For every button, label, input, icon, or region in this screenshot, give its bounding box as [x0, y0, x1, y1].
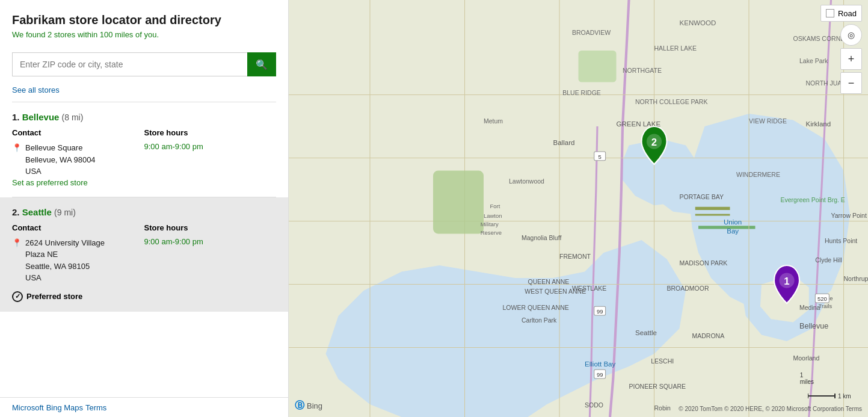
store-2-contact: Contact 📍 2624 University Village Plaza … — [12, 223, 144, 284]
store-card-seattle: 2. Seattle (9 mi) Contact 📍 2624 Univers… — [0, 197, 288, 312]
store-2-details: Contact 📍 2624 University Village Plaza … — [12, 223, 276, 284]
scale-miles-label: 1 miles — [800, 372, 814, 385]
map-top-controls: Road ◎ + − — [820, 5, 862, 94]
svg-text:Yarrow Point: Yarrow Point — [831, 212, 867, 219]
zoom-in-button[interactable]: + — [840, 48, 862, 70]
bing-b-icon: Ⓑ — [295, 400, 304, 412]
store-1-hours: 9:00 am-9:00 pm — [144, 142, 277, 151]
store-list-panel: Fabrikam store locator and directory We … — [0, 0, 289, 417]
road-view-toggle[interactable]: Road — [820, 5, 862, 22]
svg-text:VIEW RIDGE: VIEW RIDGE — [749, 117, 787, 125]
set-preferred-store-1[interactable]: Set as preferred store — [12, 178, 88, 187]
store-1-name: Bellevue — [22, 112, 60, 122]
svg-text:FREMONT: FREMONT — [559, 253, 591, 261]
search-icon: 🔍 — [256, 59, 268, 70]
svg-text:Bay: Bay — [727, 228, 739, 235]
store-card-bellevue: 1. Bellevue (8 mi) Contact 📍 Bellevue Sq… — [0, 102, 288, 197]
store-1-address: Bellevue Square Bellevue, WA 98004 USA — [25, 142, 96, 178]
svg-text:Kirkland: Kirkland — [806, 120, 831, 128]
scale-bar: 1 km 1 miles — [808, 390, 862, 402]
svg-text:LOWER QUEEN ANNE: LOWER QUEEN ANNE — [503, 304, 569, 311]
svg-text:PORTAGE BAY: PORTAGE BAY — [680, 193, 724, 200]
svg-text:Reserve: Reserve — [481, 229, 502, 236]
store-2-hours-header: Store hours — [144, 223, 277, 232]
footer-bing-maps-link[interactable]: Bing Maps — [46, 403, 83, 412]
see-all-anchor[interactable]: See all stores — [12, 85, 60, 94]
svg-text:BROADVIEW: BROADVIEW — [572, 29, 611, 36]
preferred-badge: ✓ Preferred store — [12, 291, 276, 302]
svg-text:WINDERMERE: WINDERMERE — [736, 171, 780, 178]
svg-text:Moorland: Moorland — [793, 354, 820, 362]
svg-text:MADISON PARK: MADISON PARK — [680, 259, 728, 267]
svg-text:Clyde Hill: Clyde Hill — [815, 256, 842, 264]
page-subtitle: We found 2 stores within 100 miles of yo… — [12, 30, 276, 39]
store-1-contact-header: Contact — [12, 128, 144, 137]
page-title: Fabrikam store locator and directory — [12, 12, 276, 28]
header-section: Fabrikam store locator and directory We … — [0, 0, 288, 45]
svg-text:Metum: Metum — [484, 117, 503, 125]
svg-rect-23 — [433, 171, 484, 234]
scale-bar-svg: 1 km — [808, 390, 862, 402]
svg-text:Ballard: Ballard — [553, 140, 575, 147]
store-2-number: 2. — [12, 207, 20, 217]
store-1-hours-header: Store hours — [144, 128, 277, 137]
svg-text:Hunts Point: Hunts Point — [825, 237, 857, 244]
location-pin-icon-2: 📍 — [12, 238, 22, 247]
footer-terms-link[interactable]: Terms — [85, 403, 106, 412]
store-2-address: 2624 University Village Plaza NE Seattle… — [25, 237, 105, 284]
svg-text:NORTHGATE: NORTHGATE — [623, 67, 662, 74]
svg-text:99: 99 — [597, 371, 603, 378]
svg-text:Robin: Robin — [654, 405, 671, 412]
svg-text:QUEEN ANNE: QUEEN ANNE — [528, 279, 570, 286]
locate-me-button[interactable]: ◎ — [840, 24, 862, 46]
svg-text:Union: Union — [724, 218, 742, 226]
svg-text:5: 5 — [599, 153, 602, 160]
store-1-hours-col: Store hours 9:00 am-9:00 pm — [144, 128, 277, 178]
svg-text:520: 520 — [817, 295, 827, 302]
bing-logo: Ⓑ Bing — [295, 400, 322, 412]
svg-text:1: 1 — [784, 276, 789, 287]
footer-microsoft-link[interactable]: Microsoft — [12, 403, 44, 412]
svg-text:2: 2 — [651, 137, 657, 148]
svg-text:MADRONA: MADRONA — [692, 332, 725, 339]
preferred-label: Preferred store — [26, 292, 82, 301]
svg-text:Magnolia Bluff: Magnolia Bluff — [522, 234, 561, 241]
store-2-hours-col: Store hours 9:00 am-9:00 pm — [144, 223, 277, 284]
map-attribution: © 2020 TomTom © 2020 HERE, © 2020 Micros… — [679, 406, 862, 412]
svg-text:SODO: SODO — [585, 401, 603, 409]
road-toggle-label: Road — [838, 9, 857, 18]
svg-text:KENWOOD: KENWOOD — [680, 19, 716, 26]
search-button[interactable]: 🔍 — [247, 52, 276, 76]
svg-text:Elliott Bay: Elliott Bay — [585, 360, 616, 368]
svg-text:LESCHI: LESCHI — [651, 357, 674, 365]
bing-label: Bing — [307, 401, 322, 410]
svg-text:Lawton: Lawton — [484, 212, 502, 219]
svg-text:Evergreen Point Brg. E: Evergreen Point Brg. E — [781, 196, 845, 203]
svg-text:BROADMOOR: BROADMOOR — [667, 285, 709, 292]
store-1-contact: Contact 📍 Bellevue Square Bellevue, WA 9… — [12, 128, 144, 178]
svg-text:NORTH COLLEGE PARK: NORTH COLLEGE PARK — [635, 98, 707, 105]
store-1-distance: (8 mi) — [62, 113, 84, 122]
footer: Microsoft Bing Maps Terms — [0, 397, 288, 417]
svg-text:Northrup: Northrup — [844, 275, 869, 282]
store-1-details: Contact 📍 Bellevue Square Bellevue, WA 9… — [12, 128, 276, 178]
svg-text:Medina: Medina — [799, 304, 820, 311]
svg-text:1 km: 1 km — [838, 393, 851, 400]
svg-text:HALLER LAKE: HALLER LAKE — [654, 45, 697, 52]
map-container[interactable]: KENWOOD BROADVIEW HALLER LAKE OSKAMS COR… — [289, 0, 868, 417]
store-2-hours: 9:00 am-9:00 pm — [144, 237, 277, 246]
preferred-check-icon: ✓ — [12, 291, 23, 302]
svg-text:Trails: Trails — [819, 303, 833, 309]
svg-text:Lawtonwood: Lawtonwood — [509, 178, 544, 185]
store-2-name: Seattle — [22, 207, 52, 217]
svg-text:Seattle: Seattle — [635, 329, 657, 336]
search-input[interactable] — [12, 52, 247, 76]
svg-text:WESTLAKE: WESTLAKE — [572, 285, 606, 292]
svg-text:BLUE RIDGE: BLUE RIDGE — [562, 89, 601, 96]
store-1-address-row: 📍 Bellevue Square Bellevue, WA 98004 USA — [12, 142, 144, 178]
zoom-out-button[interactable]: − — [840, 72, 862, 94]
see-all-link[interactable]: See all stores — [0, 82, 288, 102]
svg-rect-22 — [579, 51, 617, 82]
svg-text:99: 99 — [597, 308, 603, 315]
store-1-number: 1. — [12, 112, 20, 122]
